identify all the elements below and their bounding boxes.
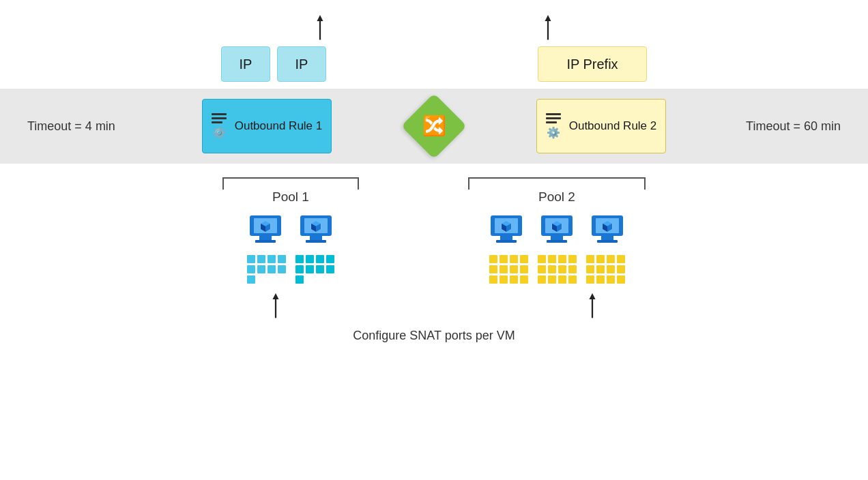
rule-1-icon: ⚙️ [212,113,227,139]
gear-icon-2: ⚙️ [547,126,560,139]
vm-5 [589,211,626,248]
arrow-bottom-left [267,293,284,323]
ip-box-2: IP [277,46,326,82]
rule-1-label: Outbound Rule 1 [235,119,323,134]
pool-section: Pool 1 [0,164,868,284]
vm-4 [538,211,575,248]
pool-2-vms [488,211,626,248]
svg-rect-14 [310,236,322,240]
outbound-rule-1: ⚙️ Outbound Rule 1 [202,99,332,153]
ip-prefix-group: IP Prefix [538,46,647,82]
ip-box-1: IP [221,46,270,82]
svg-rect-7 [255,240,276,243]
vm-1 [247,211,284,248]
arrow-bottom-right [584,293,601,323]
pool-1-snat-grids [247,255,334,284]
svg-rect-31 [547,240,567,243]
pool-2-bracket [468,177,646,190]
ip-group-left: IP IP [221,46,326,82]
timeout-left-label: Timeout = 4 min [27,119,115,134]
svg-rect-22 [500,236,512,240]
svg-rect-30 [551,236,563,240]
timeout-right-label: Timeout = 60 min [746,119,841,134]
snat-grid-3 [489,255,528,284]
outbound-rule-2: ⚙️ Outbound Rule 2 [536,99,666,153]
diagram: IP IP IP Prefix 🔀 Timeout = 4 min [0,0,868,480]
pool-2-snat-grids [489,255,625,284]
svg-rect-39 [597,240,618,243]
pool-1-container: Pool 1 [222,177,359,284]
arrow-up-right [540,15,556,42]
snat-grid-1 [247,255,286,284]
snat-grid-2 [295,255,334,284]
pool-1-vms [247,211,334,248]
svg-rect-23 [496,240,517,243]
svg-marker-47 [589,293,595,299]
vm-3 [488,211,525,248]
svg-marker-3 [545,15,551,21]
arrow-up-left [312,15,328,42]
vm-2 [298,211,334,248]
pool-1-label: Pool 1 [272,190,309,205]
pool-2-container: Pool 2 [468,177,646,284]
snat-grid-4 [538,255,577,284]
gear-icon-1: ⚙️ [212,126,226,139]
rule-2-icon: ⚙️ [546,113,561,139]
svg-rect-38 [601,236,613,240]
bottom-arrows [0,293,868,323]
nat-band: 🔀 Timeout = 4 min ⚙️ Outbound Rule 1 [0,89,868,164]
svg-rect-6 [259,236,272,240]
nat-gateway-icon: 🔀 [411,103,457,149]
snat-grid-5 [586,255,625,284]
svg-marker-45 [272,293,278,299]
svg-marker-1 [317,15,323,21]
rule-2-label: Outbound Rule 2 [569,119,657,134]
pool-1-bracket [222,177,359,190]
pool-2-label: Pool 2 [538,190,575,205]
ip-prefix-box: IP Prefix [538,46,647,82]
svg-rect-15 [306,240,326,243]
configure-snat-label: Configure SNAT ports per VM [353,329,515,343]
